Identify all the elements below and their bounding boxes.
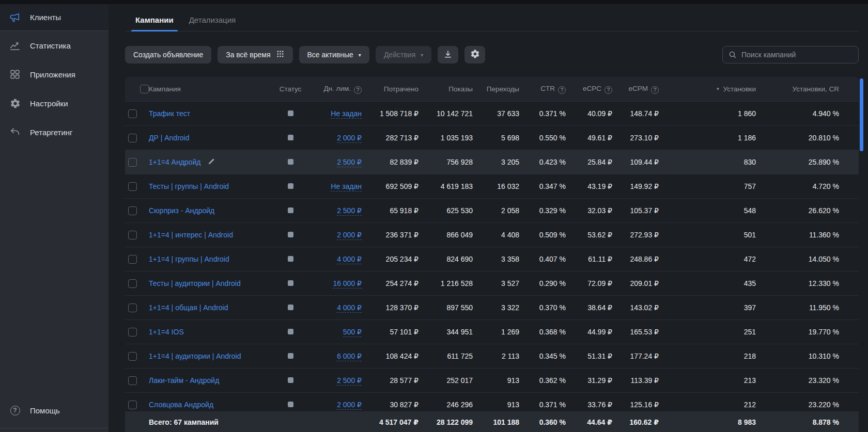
campaign-link[interactable]: Тесты | группы | Android (149, 182, 229, 190)
column-header-ctr[interactable]: CTR? (519, 77, 566, 101)
sidebar-item-clients[interactable]: Клиенты (0, 4, 109, 31)
table-settings-button[interactable] (464, 46, 485, 63)
period-filter-button[interactable]: За всё время (218, 46, 292, 63)
installs-cell: 1 860 (659, 101, 756, 125)
ecpm-cell: 177.24 ₽ (612, 344, 659, 368)
row-checkbox[interactable] (128, 328, 137, 337)
export-download-button[interactable] (438, 46, 458, 63)
status-filter-dropdown[interactable]: Все активные ▾ (299, 46, 369, 63)
question-circle-icon[interactable]: ? (558, 86, 566, 94)
row-checkbox[interactable] (128, 401, 137, 409)
spent-cell: 108 424 ₽ (362, 344, 419, 368)
row-checkbox[interactable] (128, 376, 137, 385)
question-circle-icon[interactable]: ? (651, 86, 659, 94)
daily-limit-link[interactable]: 16 000 ₽ (333, 279, 362, 289)
column-header-daily-limit[interactable]: Дн. лим.? (307, 77, 362, 101)
ecpc-cell: 38.64 ₽ (566, 295, 612, 319)
campaign-link[interactable]: 1+1=4 | группы | Android (149, 255, 229, 263)
status-indicator (288, 159, 293, 165)
campaign-link[interactable]: 1+1=4 IOS (149, 328, 184, 336)
pencil-icon[interactable] (208, 158, 215, 167)
column-header-spent[interactable]: Потрачено (362, 77, 419, 101)
daily-limit-link[interactable]: 2 000 ₽ (337, 401, 362, 410)
daily-limit-link[interactable]: 2 000 ₽ (337, 134, 362, 143)
column-header-campaign[interactable]: Кампания (149, 77, 274, 101)
campaign-link[interactable]: Трафик тест (149, 109, 190, 118)
select-all-checkbox[interactable] (140, 85, 149, 93)
column-header-ecpc[interactable]: eCPC? (566, 77, 612, 101)
daily-limit-link[interactable]: 500 ₽ (343, 328, 362, 337)
question-circle-icon[interactable]: ? (605, 86, 612, 94)
daily-limit-link[interactable]: 4 000 ₽ (337, 255, 362, 264)
campaign-link[interactable]: Тесты | аудитории | Android (149, 279, 241, 287)
campaign-link[interactable]: 1+1=4 | аудитории | Android (149, 352, 241, 360)
ctr-cell: 0.370 % (519, 295, 566, 319)
daily-limit-link[interactable]: Не задан (331, 109, 362, 119)
search-input[interactable] (722, 46, 859, 63)
question-circle-icon[interactable]: ? (354, 86, 362, 94)
totals-clicks: 101 188 (473, 411, 519, 432)
row-checkbox[interactable] (128, 279, 137, 288)
campaign-link[interactable]: 1+1=4 Андройд (149, 158, 200, 166)
campaign-link[interactable]: 1+1=4 | общая | Android (149, 303, 228, 312)
status-indicator (288, 280, 293, 286)
campaign-link[interactable]: Словцова Андройд (149, 401, 213, 409)
column-header-installs-cr[interactable]: Установки, CR (756, 77, 859, 101)
ecpc-cell: 51.31 ₽ (566, 344, 612, 368)
campaign-link[interactable]: ДР | Android (149, 134, 190, 142)
clicks-cell: 2 058 (473, 198, 519, 222)
daily-limit-link[interactable]: Не задан (331, 182, 362, 191)
installs-cr-cell: 11.360 % (756, 222, 859, 247)
campaign-link[interactable]: 1+1=4 | интерес | Android (149, 231, 233, 239)
gear-icon (8, 98, 22, 109)
impressions-cell: 756 928 (419, 150, 473, 174)
row-checkbox[interactable] (128, 206, 137, 215)
column-header-ecpm[interactable]: eCPM? (612, 77, 659, 101)
ecpc-cell: 61.11 ₽ (566, 247, 612, 271)
tab-campaigns[interactable]: Кампании (134, 10, 175, 31)
row-checkbox[interactable] (128, 352, 137, 361)
clicks-cell: 3 527 (473, 271, 519, 295)
column-header-impressions[interactable]: Показы (419, 77, 473, 101)
installs-cell: 472 (659, 247, 756, 271)
clicks-cell: 913 (473, 368, 519, 392)
status-indicator (288, 207, 293, 213)
actions-dropdown[interactable]: Действия ▾ (376, 46, 431, 63)
sidebar-item-settings[interactable]: Настройки (0, 89, 109, 118)
sidebar-item-label: Статистика (30, 41, 71, 50)
campaign-row: Лаки-тайм - Андройд 2 500 ₽ 28 577 ₽ 252… (125, 368, 859, 392)
create-ad-button[interactable]: Создать объявление (125, 46, 211, 63)
row-checkbox[interactable] (128, 182, 137, 191)
row-checkbox[interactable] (128, 134, 137, 142)
row-checkbox[interactable] (128, 303, 137, 312)
tab-details[interactable]: Детализация (188, 10, 237, 31)
column-header-status[interactable]: Статус (274, 77, 307, 101)
scrollbar-thumb[interactable] (860, 78, 863, 151)
column-header-clicks[interactable]: Переходы (473, 77, 519, 101)
installs-cr-cell: 26.620 % (756, 198, 859, 222)
status-indicator (288, 329, 293, 334)
sidebar-item-apps[interactable]: Приложения (0, 60, 109, 89)
daily-limit-link[interactable]: 2 000 ₽ (337, 231, 362, 240)
installs-cr-cell: 12.330 % (756, 271, 859, 295)
tabs-row: Кампании Детализация (125, 4, 859, 31)
daily-limit-link[interactable]: 2 500 ₽ (337, 206, 362, 216)
ecpc-cell: 25.84 ₽ (566, 150, 612, 174)
column-header-installs[interactable]: ▼Установки (659, 77, 756, 101)
sidebar-item-statistics[interactable]: Статистика (0, 31, 109, 60)
daily-limit-link[interactable]: 4 000 ₽ (337, 303, 362, 313)
sidebar-item-retargeting[interactable]: Ретаргетинг (0, 118, 109, 147)
status-indicator (288, 305, 293, 310)
row-checkbox[interactable] (128, 158, 137, 167)
ecpm-cell: 105.37 ₽ (612, 198, 659, 222)
campaign-link[interactable]: Сюрприз - Андройд (149, 206, 214, 215)
row-checkbox[interactable] (128, 231, 137, 239)
row-checkbox[interactable] (128, 109, 137, 118)
daily-limit-link[interactable]: 2 500 ₽ (337, 376, 362, 386)
sidebar-item-help[interactable]: ? Помощь (0, 396, 109, 425)
row-checkbox[interactable] (128, 255, 137, 264)
daily-limit-link[interactable]: 6 000 ₽ (337, 352, 362, 361)
daily-limit-link[interactable]: 2 500 ₽ (337, 158, 362, 167)
campaign-link[interactable]: Лаки-тайм - Андройд (149, 376, 219, 385)
clicks-cell: 3 205 (473, 150, 519, 174)
